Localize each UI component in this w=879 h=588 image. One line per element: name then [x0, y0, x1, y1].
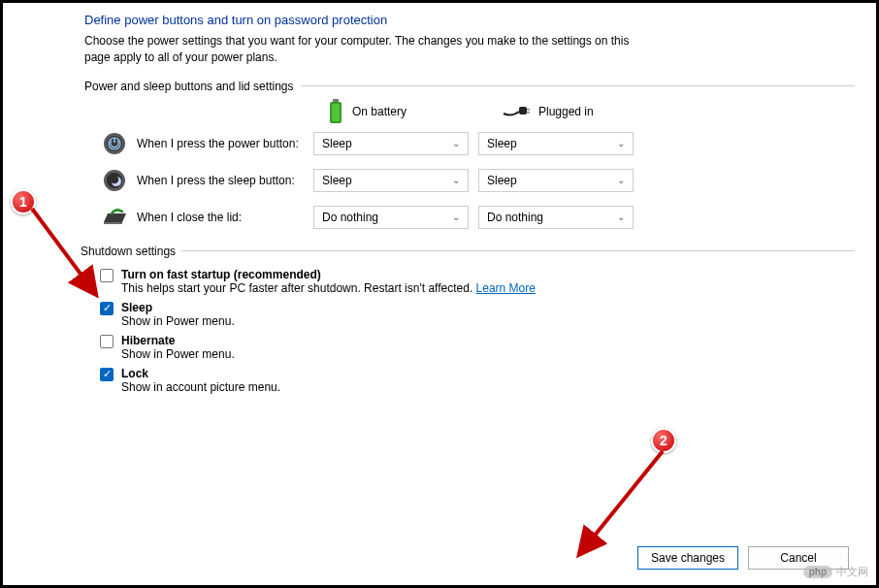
chevron-down-icon: ⌄	[617, 175, 625, 185]
sleep-button-battery-select[interactable]: Sleep⌄	[313, 169, 469, 192]
divider	[301, 85, 855, 86]
power-button-plugged-value: Sleep	[487, 137, 517, 150]
svg-rect-4	[527, 109, 530, 111]
column-plugged-in: Plugged in	[502, 99, 676, 124]
annotation-badge-2: 2	[651, 428, 676, 453]
chevron-down-icon: ⌄	[452, 175, 460, 185]
chevron-down-icon: ⌄	[452, 212, 460, 222]
option-hibernate: Hibernate Show in Power menu.	[100, 334, 855, 361]
shutdown-section-label: Shutdown settings	[81, 245, 176, 258]
annotation-arrow-2	[573, 445, 670, 562]
row-close-lid-label: When I close the lid:	[129, 211, 313, 224]
watermark-text: 中文网	[836, 565, 868, 579]
row-power-button-label: When I press the power button:	[129, 137, 313, 150]
close-lid-battery-select[interactable]: Do nothing⌄	[313, 206, 469, 229]
section-power-sleep-lid: Power and sleep buttons and lid settings	[84, 80, 855, 93]
learn-more-link[interactable]: Learn More	[476, 281, 536, 295]
column-on-battery: On battery	[327, 99, 502, 124]
chevron-down-icon: ⌄	[452, 138, 460, 148]
close-lid-plugged-value: Do nothing	[487, 211, 543, 224]
sleep-button-battery-value: Sleep	[322, 174, 352, 187]
svg-rect-5	[527, 112, 530, 114]
row-sleep-button-label: When I press the sleep button:	[129, 174, 313, 187]
fast-startup-sub: This helps start your PC faster after sh…	[121, 281, 536, 295]
annotation-badge-1: 1	[11, 189, 36, 214]
sleep-title: Sleep	[121, 301, 235, 314]
section-shutdown-settings: Shutdown settings	[81, 245, 855, 258]
power-button-battery-value: Sleep	[322, 137, 352, 150]
power-button-plugged-select[interactable]: Sleep⌄	[478, 132, 634, 155]
page-description: Choose the power settings that you want …	[84, 33, 637, 66]
sleep-button-plugged-select[interactable]: Sleep⌄	[478, 169, 634, 192]
fast-startup-sub-text: This helps start your PC faster after sh…	[121, 281, 476, 295]
fast-startup-title: Turn on fast startup (recommended)	[121, 268, 536, 281]
watermark: php 中文网	[803, 565, 868, 579]
close-lid-battery-value: Do nothing	[322, 211, 378, 224]
lock-checkbox[interactable]	[100, 368, 114, 381]
svg-rect-2	[332, 104, 340, 121]
watermark-pill: php	[803, 566, 832, 578]
option-fast-startup: Turn on fast startup (recommended) This …	[100, 268, 855, 295]
divider	[181, 250, 855, 251]
hibernate-title: Hibernate	[121, 334, 235, 347]
option-lock: Lock Show in account picture menu.	[100, 367, 855, 394]
lid-icon	[100, 208, 129, 227]
battery-icon	[327, 99, 344, 124]
row-close-lid: When I close the lid: Do nothing⌄ Do not…	[84, 206, 855, 229]
column-on-battery-label: On battery	[352, 105, 407, 118]
sleep-checkbox[interactable]	[100, 302, 114, 315]
sleep-button-icon	[100, 169, 129, 192]
section-label-text: Power and sleep buttons and lid settings	[84, 80, 293, 93]
plug-icon	[502, 104, 531, 119]
power-button-battery-select[interactable]: Sleep⌄	[313, 132, 469, 155]
svg-rect-0	[333, 99, 339, 102]
lock-sub: Show in account picture menu.	[121, 380, 280, 394]
hibernate-checkbox[interactable]	[100, 335, 114, 348]
row-sleep-button: When I press the sleep button: Sleep⌄ Sl…	[84, 169, 855, 192]
option-sleep: Sleep Show in Power menu.	[100, 301, 855, 328]
fast-startup-checkbox[interactable]	[100, 269, 114, 282]
save-changes-button[interactable]: Save changes	[637, 546, 738, 570]
chevron-down-icon: ⌄	[617, 138, 625, 148]
svg-line-12	[581, 451, 663, 552]
close-lid-plugged-select[interactable]: Do nothing⌄	[478, 206, 634, 229]
hibernate-sub: Show in Power menu.	[121, 347, 235, 361]
svg-rect-3	[519, 107, 527, 114]
page-title: Define power buttons and turn on passwor…	[84, 13, 855, 27]
chevron-down-icon: ⌄	[617, 212, 625, 222]
power-button-icon	[100, 132, 129, 155]
column-plugged-in-label: Plugged in	[538, 105, 594, 118]
sleep-button-plugged-value: Sleep	[487, 174, 517, 187]
lock-title: Lock	[121, 367, 280, 380]
row-power-button: When I press the power button: Sleep⌄ Sl…	[84, 132, 855, 155]
sleep-sub: Show in Power menu.	[121, 314, 235, 328]
